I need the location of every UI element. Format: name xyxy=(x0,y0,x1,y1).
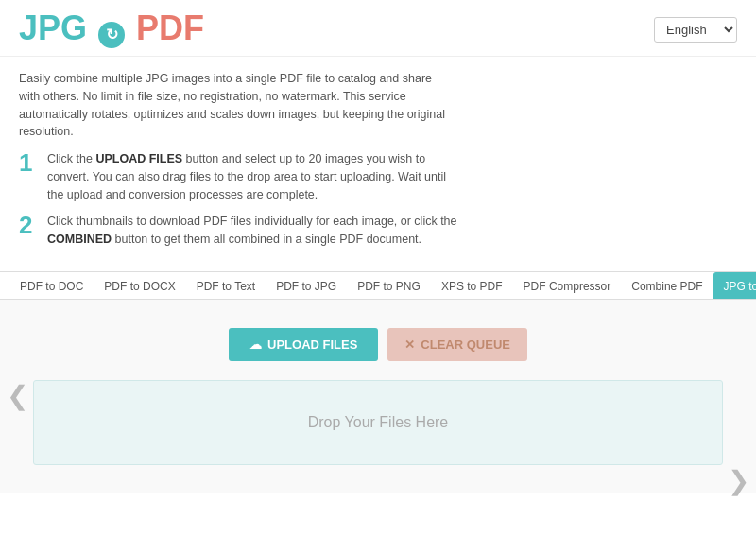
tab-xps-to-pdf[interactable]: XPS to PDF xyxy=(431,272,513,300)
drop-text: Drop Your Files Here xyxy=(308,414,449,431)
clear-queue-button[interactable]: ✕ CLEAR QUEUE xyxy=(387,328,527,361)
tab-pdf-to-doc[interactable]: PDF to DOC xyxy=(9,272,94,300)
language-select[interactable]: English Español Français Deutsch 中文 xyxy=(654,17,737,43)
drop-area-wrapper: ❮ Drop Your Files Here ❯ xyxy=(33,380,723,465)
upload-icon: ☁ xyxy=(249,337,262,352)
upload-files-button[interactable]: ☁ UPLOAD FILES xyxy=(229,328,378,361)
step-2-number: 2 xyxy=(19,213,36,237)
main-area: ☁ UPLOAD FILES ✕ CLEAR QUEUE ❮ Drop Your… xyxy=(0,300,756,493)
step-1: 1 Click the UPLOAD FILES button and sele… xyxy=(19,150,737,203)
clear-icon: ✕ xyxy=(404,337,415,352)
tabs-bar: PDF to DOC PDF to DOCX PDF to Text PDF t… xyxy=(0,271,756,300)
tab-pdf-to-jpg[interactable]: PDF to JPG xyxy=(266,272,347,300)
step-2-text: Click thumbnails to download PDF files i… xyxy=(47,213,463,249)
nav-arrow-right[interactable]: ❯ xyxy=(728,465,749,496)
description: Easily combine multiple JPG images into … xyxy=(0,57,472,150)
step-1-bold: UPLOAD FILES xyxy=(95,152,182,165)
step-2-bold: COMBINED xyxy=(47,233,112,246)
tab-jpg-to-pdf[interactable]: JPG to PDF xyxy=(713,272,756,300)
step-1-number: 1 xyxy=(19,150,36,175)
logo-jpg: JPG xyxy=(19,9,87,47)
tab-combine-pdf[interactable]: Combine PDF xyxy=(621,272,713,300)
clear-label: CLEAR QUEUE xyxy=(421,337,510,352)
tab-pdf-to-docx[interactable]: PDF to DOCX xyxy=(94,272,185,300)
steps: 1 Click the UPLOAD FILES button and sele… xyxy=(0,150,756,271)
tab-pdf-to-text[interactable]: PDF to Text xyxy=(186,272,266,300)
upload-label: UPLOAD FILES xyxy=(267,337,357,352)
tab-pdf-compressor[interactable]: PDF Compressor xyxy=(513,272,622,300)
logo-to-icon: ↻ xyxy=(98,22,125,48)
logo-pdf: PDF xyxy=(136,9,204,47)
drop-area[interactable]: Drop Your Files Here xyxy=(33,380,723,465)
action-buttons: ☁ UPLOAD FILES ✕ CLEAR QUEUE xyxy=(229,328,527,361)
nav-arrow-left[interactable]: ❮ xyxy=(7,380,28,411)
step-2: 2 Click thumbnails to download PDF files… xyxy=(19,213,737,249)
logo: JPG ↻ PDF xyxy=(19,11,204,48)
tab-pdf-to-png[interactable]: PDF to PNG xyxy=(347,272,431,300)
header: JPG ↻ PDF English Español Français Deuts… xyxy=(0,0,756,57)
step-1-text: Click the UPLOAD FILES button and select… xyxy=(47,150,463,203)
description-text: Easily combine multiple JPG images into … xyxy=(19,72,445,138)
